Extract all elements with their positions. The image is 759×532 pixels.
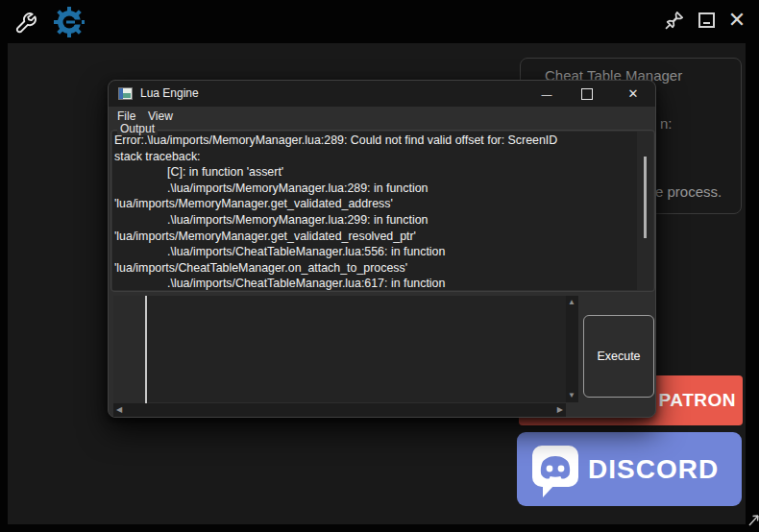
discord-button[interactable]: DISCORD	[517, 432, 742, 506]
output-scroll-thumb[interactable]	[644, 157, 647, 238]
panel-text-fragment: e process.	[655, 183, 722, 200]
close-icon: ✕	[628, 86, 639, 101]
app-window: ✕ Cheat Table Manager n: e process. PATR…	[0, 0, 759, 532]
output-group: Error:.\lua/imports/MemoryManager.lua:28…	[110, 130, 655, 292]
lua-script-input[interactable]	[147, 296, 566, 402]
cheat-engine-logo	[53, 6, 86, 38]
script-gutter	[113, 296, 145, 403]
window-close-button[interactable]: ✕	[614, 81, 652, 107]
input-hscrollbar[interactable]: ◀ ▶	[113, 403, 566, 417]
execute-label: Execute	[597, 350, 640, 363]
output-scrollbar[interactable]	[637, 132, 653, 290]
discord-label: DISCORD	[588, 454, 719, 485]
window-title: Lua Engine	[140, 86, 199, 100]
close-icon: ✕	[728, 8, 746, 33]
scroll-up-icon[interactable]: ▲	[568, 299, 575, 306]
app-close-button[interactable]: ✕	[722, 6, 751, 35]
restore-button[interactable]	[692, 6, 721, 35]
pin-button[interactable]	[660, 6, 689, 35]
execute-button[interactable]: Execute	[583, 315, 654, 398]
panel-text-fragment: n:	[660, 115, 673, 132]
output-console[interactable]: Error:.\lua/imports/MemoryManager.lua:28…	[112, 132, 638, 290]
lua-engine-window-icon	[118, 87, 133, 100]
lua-engine-window: Lua Engine — ✕ File View Output Error:.\…	[108, 80, 656, 418]
window-titlebar[interactable]: Lua Engine — ✕	[109, 81, 655, 107]
restore-icon	[698, 12, 715, 28]
pin-icon	[663, 9, 686, 32]
output-label: Output	[117, 122, 158, 135]
app-titlebar[interactable]: ✕	[0, 0, 759, 43]
discord-icon	[529, 440, 581, 499]
menubar: File View	[109, 107, 655, 125]
minimize-icon: —	[542, 88, 552, 100]
mouse-cursor	[747, 512, 759, 527]
maximize-button[interactable]	[568, 81, 606, 107]
scroll-left-icon[interactable]: ◀	[116, 406, 122, 414]
maximize-icon	[581, 88, 593, 100]
input-vscrollbar[interactable]: ▲ ▼	[566, 296, 578, 402]
main-area: Cheat Table Manager n: e process. PATRON…	[8, 43, 746, 524]
scroll-right-icon[interactable]: ▶	[557, 406, 563, 414]
scroll-down-icon[interactable]: ▼	[568, 392, 575, 399]
patron-label: PATRON	[659, 390, 736, 411]
wrench-icon[interactable]	[14, 7, 41, 36]
minimize-button[interactable]: —	[527, 81, 566, 107]
